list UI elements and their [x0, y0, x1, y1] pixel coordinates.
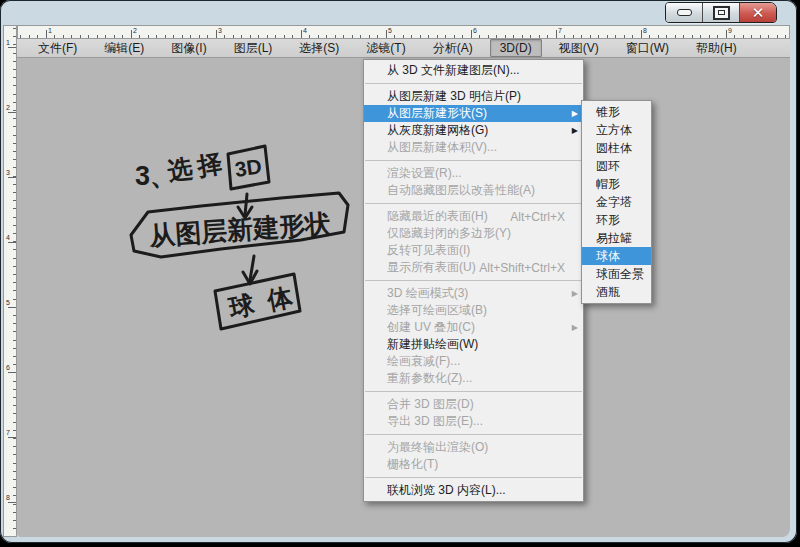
- maximize-icon: [713, 6, 730, 20]
- submenu-arrow-icon: ▶: [572, 110, 578, 118]
- shape-submenu-item-label: 金字塔: [596, 194, 632, 211]
- shape-submenu-item-11[interactable]: 酒瓶: [582, 283, 651, 301]
- ruler-number: 6: [6, 364, 10, 371]
- 3d-menu-separator: [365, 477, 582, 478]
- ruler-number: 2: [133, 27, 137, 34]
- shape-submenu-item-label: 酒瓶: [596, 284, 620, 301]
- photoshop-window: ✕ 123456789 12345678 文件(F)编辑(E)图像(I)图层(L…: [0, 0, 797, 543]
- ruler-number: 7: [6, 429, 10, 436]
- 3d-menu-item-label: 栅格化(T): [387, 456, 438, 473]
- vertical-ruler: 12345678: [3, 25, 17, 537]
- menubar-item-3[interactable]: 图像(I): [161, 38, 216, 59]
- 3d-menu-item-label: 绘画衰减(F)...: [387, 353, 460, 370]
- menubar-item-7[interactable]: 分析(A): [423, 38, 483, 59]
- ruler-number: 1: [48, 27, 52, 34]
- 3d-menu-item-label: 重新参数化(Z)...: [387, 370, 472, 387]
- ruler-number: 9: [728, 27, 732, 34]
- new-shape-from-layer-submenu: 锥形立方体圆柱体圆环帽形金字塔环形易拉罐球体球面全景酒瓶: [581, 100, 652, 304]
- menubar-item-2[interactable]: 编辑(E): [94, 38, 154, 59]
- menubar-item-11[interactable]: 帮助(H): [686, 38, 747, 59]
- 3d-menu-item-19[interactable]: 新建拼贴绘画(W): [364, 336, 583, 353]
- ruler-number: 3: [6, 169, 10, 176]
- ruler-number: 3: [218, 27, 222, 34]
- menubar-item-9[interactable]: 视图(V): [549, 38, 609, 59]
- 3d-menu-item-29[interactable]: 联机浏览 3D 内容(L)...: [364, 482, 583, 499]
- 3d-menu-item-27: 栅格化(T): [364, 456, 583, 473]
- 3d-menu-separator: [365, 391, 582, 392]
- shape-submenu-item-label: 帽形: [596, 176, 620, 193]
- menubar-item-4[interactable]: 图层(L): [224, 38, 283, 59]
- sketch-step-text: 选择: [164, 148, 229, 185]
- 3d-menu-item-8: 渲染设置(R)...: [364, 165, 583, 182]
- 3d-menu-item-6: 从图层新建体积(V)...: [364, 139, 583, 156]
- ruler-number: 2: [6, 104, 10, 111]
- 3d-menu-item-20: 绘画衰减(F)...: [364, 353, 583, 370]
- menubar-item-8[interactable]: 3D(D): [490, 39, 542, 57]
- menu-bar: 文件(F)编辑(E)图像(I)图层(L)选择(S)滤镜(T)分析(A)3D(D)…: [17, 39, 790, 58]
- shape-submenu-item-label: 球面全景: [596, 266, 644, 283]
- 3d-menu-item-label: 合并 3D 图层(D): [387, 396, 474, 413]
- shape-submenu-item-label: 球体: [596, 248, 620, 265]
- shape-submenu-item-10[interactable]: 球面全景: [582, 265, 651, 283]
- window-controls: ✕: [665, 2, 777, 23]
- 3d-menu-dropdown: 从 3D 文件新建图层(N)...从图层新建 3D 明信片(P)从图层新建形状(…: [363, 59, 584, 502]
- shape-submenu-item-label: 圆环: [596, 158, 620, 175]
- 3d-menu-item-shortcut: Alt+Ctrl+X: [510, 210, 565, 224]
- 3d-menu-item-label: 渲染设置(R)...: [387, 165, 462, 182]
- 3d-menu-item-26: 为最终输出渲染(O): [364, 439, 583, 456]
- shape-submenu-item-9-selected[interactable]: 球体: [582, 247, 651, 265]
- 3d-menu-item-label: 从灰度新建网格(G): [387, 122, 488, 139]
- 3d-menu-item-21: 重新参数化(Z)...: [364, 370, 583, 387]
- 3d-menu-separator: [365, 203, 582, 204]
- menubar-item-5[interactable]: 选择(S): [289, 38, 349, 59]
- shape-submenu-item-2[interactable]: 立方体: [582, 121, 651, 139]
- 3d-menu-item-14: 显示所有表面(U)Alt+Shift+Ctrl+X: [364, 259, 583, 276]
- shape-submenu-item-6[interactable]: 金字塔: [582, 193, 651, 211]
- ruler-number: 5: [388, 27, 392, 34]
- 3d-menu-item-label: 隐藏最近的表面(H): [387, 208, 488, 225]
- 3d-menu-item-1[interactable]: 从 3D 文件新建图层(N)...: [364, 62, 583, 79]
- 3d-menu-item-3[interactable]: 从图层新建 3D 明信片(P): [364, 88, 583, 105]
- submenu-arrow-icon: ▶: [572, 290, 578, 298]
- 3d-menu-item-label: 仅隐藏封闭的多边形(Y): [387, 225, 511, 242]
- 3d-menu-item-16: 3D 绘画模式(3)▶: [364, 285, 583, 302]
- close-icon: ✕: [752, 5, 765, 20]
- menubar-item-6[interactable]: 滤镜(T): [356, 38, 415, 59]
- minimize-icon: [677, 9, 692, 16]
- 3d-menu-item-shortcut: Alt+Shift+Ctrl+X: [479, 261, 565, 275]
- shape-submenu-item-5[interactable]: 帽形: [582, 175, 651, 193]
- shape-submenu-item-4[interactable]: 圆环: [582, 157, 651, 175]
- arrow-down-icon: [245, 194, 247, 215]
- 3d-menu-item-label: 从图层新建 3D 明信片(P): [387, 88, 521, 105]
- 3d-menu-item-label: 3D 绘画模式(3): [387, 285, 468, 302]
- 3d-menu-item-24: 导出 3D 图层(E)...: [364, 413, 583, 430]
- ruler-number: 6: [473, 27, 477, 34]
- ruler-number: 4: [303, 27, 307, 34]
- 3d-menu-separator: [365, 160, 582, 161]
- menubar-item-10[interactable]: 窗口(W): [616, 38, 679, 59]
- close-button[interactable]: ✕: [740, 3, 776, 22]
- 3d-menu-separator: [365, 83, 582, 84]
- 3d-menu-item-11: 隐藏最近的表面(H)Alt+Ctrl+X: [364, 208, 583, 225]
- 3d-menu-item-label: 自动隐藏图层以改善性能(A): [387, 182, 535, 199]
- shape-submenu-item-7[interactable]: 环形: [582, 211, 651, 229]
- shape-submenu-item-1[interactable]: 锥形: [582, 103, 651, 121]
- 3d-menu-item-label: 从图层新建体积(V)...: [387, 139, 497, 156]
- minimize-button[interactable]: [666, 3, 703, 22]
- 3d-menu-item-12: 仅隐藏封闭的多边形(Y): [364, 225, 583, 242]
- 3d-menu-item-5[interactable]: 从灰度新建网格(G)▶: [364, 122, 583, 139]
- ruler-number: 8: [6, 494, 10, 501]
- maximize-button[interactable]: [703, 3, 740, 22]
- shape-submenu-item-label: 圆柱体: [596, 140, 632, 157]
- 3d-menu-item-label: 导出 3D 图层(E)...: [387, 413, 483, 430]
- 3d-menu-item-label: 为最终输出渲染(O): [387, 439, 488, 456]
- 3d-menu-item-label: 新建拼贴绘画(W): [387, 336, 478, 353]
- menubar-item-1[interactable]: 文件(F): [28, 38, 87, 59]
- 3d-menu-item-label: 创建 UV 叠加(C): [387, 319, 475, 336]
- ruler-number: 7: [558, 27, 562, 34]
- shape-submenu-item-8[interactable]: 易拉罐: [582, 229, 651, 247]
- 3d-menu-item-4-selected[interactable]: 从图层新建形状(S)▶: [364, 105, 583, 122]
- 3d-menu-item-13: 反转可见表面(I): [364, 242, 583, 259]
- shape-submenu-item-3[interactable]: 圆柱体: [582, 139, 651, 157]
- 3d-menu-item-17: 选择可绘画区域(B): [364, 302, 583, 319]
